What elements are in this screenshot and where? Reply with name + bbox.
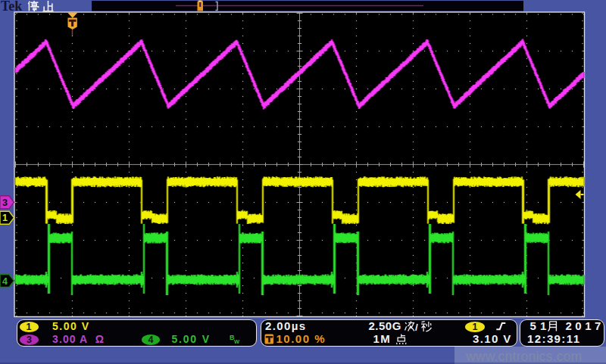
svg-text:3: 3 <box>2 198 8 208</box>
svg-text:/: / <box>415 322 418 333</box>
svg-text:4: 4 <box>2 276 8 287</box>
svg-text:W: W <box>234 338 240 345</box>
svg-text:1: 1 <box>2 213 8 223</box>
